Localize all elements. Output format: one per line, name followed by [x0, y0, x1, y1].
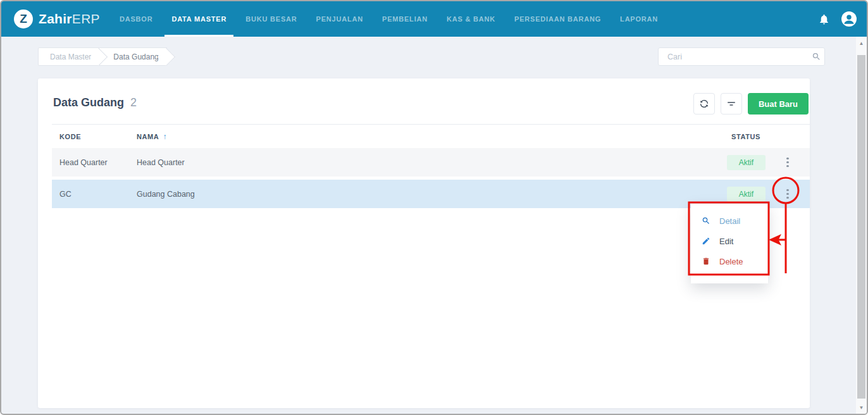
top-navigation-bar: Z ZahirERP DASBOR DATA MASTER BUKU BESAR… — [1, 1, 867, 37]
buat-baru-button[interactable]: Buat Baru — [748, 93, 809, 115]
detail-search-icon — [702, 216, 710, 225]
filter-button[interactable] — [721, 93, 742, 115]
context-menu-label: Edit — [719, 237, 733, 246]
column-header-nama[interactable]: NAMA↑ — [137, 132, 683, 141]
column-header-kode[interactable]: KODE — [52, 133, 137, 140]
row-context-menu: Detail Edit Delete — [691, 204, 768, 283]
vertical-scrollbar[interactable]: ▲ ▼ — [856, 37, 867, 414]
record-count: 2 — [130, 96, 137, 109]
context-menu-label: Detail — [719, 216, 740, 226]
logo-monogram: Z — [20, 12, 27, 26]
context-menu-item-edit[interactable]: Edit — [691, 231, 768, 251]
zahir-logo-icon: Z — [14, 9, 33, 28]
column-header-nama-label: NAMA — [137, 133, 159, 140]
sort-asc-icon: ↑ — [163, 132, 167, 141]
row-actions-kebab-icon[interactable] — [783, 185, 793, 203]
topbar-right — [816, 11, 867, 27]
nav-item-dasbor[interactable]: DASBOR — [110, 1, 162, 37]
search-input[interactable] — [659, 53, 808, 61]
nav-item-data-master[interactable]: DATA MASTER — [162, 1, 236, 37]
app-window: Z ZahirERP DASBOR DATA MASTER BUKU BESAR… — [0, 0, 868, 415]
nav-item-buku-besar[interactable]: BUKU BESAR — [236, 1, 306, 37]
nav-item-laporan[interactable]: LAPORAN — [611, 1, 667, 37]
page-title: Data Gudang2 — [53, 96, 137, 109]
main-nav: DASBOR DATA MASTER BUKU BESAR PENJUALAN … — [110, 1, 667, 37]
nav-item-kas-bank[interactable]: KAS & BANK — [437, 1, 505, 37]
refresh-button[interactable] — [693, 93, 715, 115]
cell-nama: Gudang Cabang — [137, 190, 683, 199]
nav-item-pembelian[interactable]: PEMBELIAN — [373, 1, 437, 37]
brand-light: ERP — [72, 11, 100, 26]
cell-kode: Head Quarter — [52, 158, 137, 167]
nav-item-persediaan-barang[interactable]: PERSEDIAAN BARANG — [505, 1, 611, 37]
cell-nama: Head Quarter — [137, 158, 683, 167]
brand-bold: Zahir — [39, 11, 72, 26]
breadcrumb-item-data-master[interactable]: Data Master — [38, 47, 99, 66]
edit-pencil-icon — [702, 237, 710, 245]
delete-trash-icon — [702, 257, 710, 266]
brand-text: ZahirERP — [39, 11, 100, 27]
status-badge: Aktif — [727, 187, 766, 202]
scroll-up-icon[interactable]: ▲ — [856, 38, 867, 48]
search-icon[interactable] — [808, 52, 824, 61]
search-box — [658, 47, 825, 66]
status-badge: Aktif — [727, 155, 766, 170]
account-avatar-icon[interactable] — [841, 11, 857, 27]
row-actions-kebab-icon[interactable] — [783, 154, 793, 171]
cell-kode: GC — [52, 190, 137, 199]
notification-bell-icon[interactable] — [816, 11, 831, 27]
scroll-down-icon[interactable]: ▼ — [856, 402, 867, 412]
table-header-row: KODE NAMA↑ STATUS — [52, 124, 810, 148]
context-menu-item-delete[interactable]: Delete — [691, 251, 768, 271]
column-header-status[interactable]: STATUS — [731, 133, 766, 140]
gudang-table: KODE NAMA↑ STATUS Head Quarter Head Quar… — [52, 124, 810, 211]
scrollbar-thumb[interactable] — [857, 55, 865, 399]
breadcrumb-item-data-gudang[interactable]: Data Gudang — [99, 47, 166, 66]
card-actions: Buat Baru — [693, 93, 809, 115]
zahir-logo[interactable]: Z ZahirERP — [14, 9, 100, 28]
table-row[interactable]: Head Quarter Head Quarter Aktif — [52, 148, 810, 177]
nav-item-penjualan[interactable]: PENJUALAN — [307, 1, 373, 37]
breadcrumb: Data Master Data Gudang — [38, 47, 167, 66]
context-menu-label: Delete — [719, 257, 743, 266]
page-title-text: Data Gudang — [53, 96, 124, 109]
context-menu-item-detail[interactable]: Detail — [691, 211, 768, 231]
